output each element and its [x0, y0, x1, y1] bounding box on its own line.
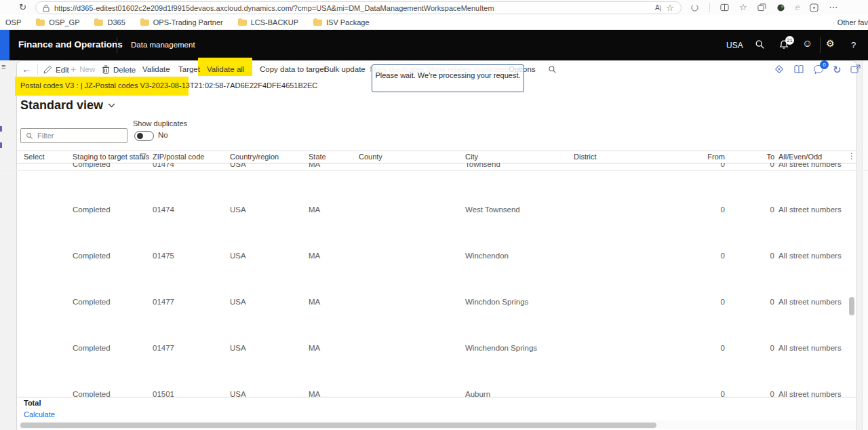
- edit-button[interactable]: Edit: [43, 65, 69, 74]
- edit-label: Edit: [56, 66, 69, 74]
- bookmark-label: OSP: [5, 18, 21, 26]
- col-header-to[interactable]: To: [743, 153, 774, 161]
- feedback-smiley-icon[interactable]: ☺: [802, 37, 812, 49]
- new-button: + New: [71, 65, 95, 73]
- filter-input[interactable]: [20, 128, 127, 143]
- header-divider: [820, 37, 821, 53]
- col-header-city[interactable]: City: [465, 153, 478, 161]
- bulk-update-button[interactable]: Bulk update: [324, 65, 366, 73]
- bookmark-folder-isv-package[interactable]: ISV Package: [313, 18, 370, 26]
- grid-more-options-icon[interactable]: ⋮: [848, 151, 856, 161]
- show-duplicates-toggle[interactable]: [134, 131, 154, 141]
- actionpane-search-icon[interactable]: [548, 65, 557, 74]
- read-aloud-icon[interactable]: A): [655, 1, 661, 15]
- target-label: Target: [178, 65, 200, 73]
- cell-status: Completed: [73, 390, 111, 397]
- target-button[interactable]: Target: [178, 65, 200, 73]
- company-picker[interactable]: USA: [726, 41, 743, 50]
- col-header-country[interactable]: Country/region: [230, 153, 279, 161]
- nav-hamburger-icon[interactable]: ≡: [1, 62, 5, 71]
- collections-icon[interactable]: [757, 3, 766, 12]
- extensions-icon[interactable]: [776, 3, 785, 12]
- app-launcher-strip[interactable]: [0, 30, 9, 60]
- grid-vertical-scrollbar[interactable]: [849, 297, 854, 315]
- table-row[interactable]: Completed 01477 USA MA Winchendon Spring…: [0, 344, 868, 353]
- view-selector[interactable]: Standard view: [20, 98, 115, 113]
- page-scrollbar[interactable]: [862, 60, 868, 430]
- other-favorites[interactable]: Other fav: [833, 15, 868, 30]
- col-header-district[interactable]: District: [574, 153, 597, 161]
- table-row[interactable]: Completed 01501 USA MA Auburn 0 0 All st…: [0, 390, 868, 397]
- col-header-staging-status[interactable]: Staging to target status: [73, 153, 149, 161]
- refresh-icon[interactable]: ↻: [833, 64, 842, 75]
- workspaces-ring-icon[interactable]: [690, 3, 699, 12]
- cell-city: West Townsend: [465, 206, 520, 214]
- cell-city: Winchendon Springs: [465, 344, 537, 352]
- total-label: Total: [24, 399, 41, 407]
- validate-all-button[interactable]: Validate all: [207, 65, 244, 73]
- grid-top-border: [17, 151, 856, 151]
- header-divider: [117, 37, 117, 53]
- cell-all-even-odd: All street numbers: [778, 344, 842, 352]
- module-name[interactable]: Data management: [131, 41, 195, 49]
- copy-data-to-target-button[interactable]: Copy data to target: [260, 65, 326, 73]
- notification-badge: 21: [785, 36, 794, 45]
- bookmark-folder-d365[interactable]: D365: [94, 18, 125, 26]
- filter-search-icon: [26, 132, 33, 140]
- actionpane-right-icons: 0 ↻: [774, 64, 861, 75]
- table-row[interactable]: Completed 01475 USA MA Winchendon 0 0 Al…: [0, 252, 868, 261]
- col-header-county[interactable]: County: [359, 153, 382, 161]
- url-text[interactable]: https://d365-editest01602c2e209d1f9915de…: [54, 4, 650, 12]
- gear-icon[interactable]: ⚙: [826, 38, 835, 49]
- bookmark-osp[interactable]: OSP: [5, 18, 21, 26]
- col-header-zip[interactable]: ZIP/postal code: [153, 153, 204, 161]
- cell-city: Townsend: [465, 163, 500, 168]
- delete-button[interactable]: Delete: [102, 65, 136, 74]
- folder-icon: [313, 18, 322, 26]
- cell-from: 0: [678, 298, 725, 306]
- filter-funnel-icon[interactable]: [140, 153, 146, 160]
- messages-icon[interactable]: 0: [813, 64, 824, 75]
- back-button[interactable]: ←: [22, 63, 32, 75]
- col-header-state[interactable]: State: [309, 153, 326, 161]
- col-header-select[interactable]: Select: [24, 153, 45, 161]
- cell-status: Completed: [73, 163, 111, 168]
- table-row[interactable]: Completed 01474 USA MA Townsend 0 0 All …: [0, 163, 868, 171]
- validate-button[interactable]: Validate: [142, 65, 170, 73]
- open-in-new-window-icon[interactable]: [850, 64, 861, 74]
- split-screen-icon[interactable]: [720, 3, 729, 12]
- browser-essentials-icon[interactable]: [810, 3, 818, 12]
- favorites-bar-icon[interactable]: ☆︎: [739, 1, 747, 14]
- cell-from: 0: [678, 206, 725, 214]
- search-icon[interactable]: [755, 39, 765, 50]
- bookmark-folder-ops-trading-partner[interactable]: OPS-Trading Partner: [140, 18, 223, 26]
- bookmark-folder-lcs-backup[interactable]: LCS-BACKUP: [238, 18, 298, 26]
- close-workspace-icon[interactable]: [774, 64, 785, 75]
- table-row[interactable]: Completed 01474 USA MA West Townsend 0 0…: [0, 206, 868, 215]
- favorite-star-icon[interactable]: ☆: [666, 1, 674, 15]
- cell-from: 0: [678, 252, 725, 260]
- horizontal-scrollbar-thumb[interactable]: [20, 423, 656, 428]
- calculate-link[interactable]: Calculate: [24, 410, 55, 418]
- folder-icon: [833, 19, 834, 26]
- col-header-all-even-odd[interactable]: All/Even/Odd: [778, 153, 822, 161]
- notifications-bell-icon[interactable]: 21: [778, 39, 789, 53]
- ie-mode-icon: e: [795, 1, 800, 14]
- processing-message: Please wait. We're processing your reque…: [375, 71, 520, 79]
- company-book-icon[interactable]: [793, 64, 804, 75]
- breadcrumb[interactable]: Postal codes V3 : | JZ-Postal codes V3-2…: [20, 81, 317, 90]
- content-card: [16, 60, 857, 430]
- reload-icon[interactable]: ↻: [19, 1, 26, 14]
- breadcrumb-rest: :02:58-7AD6E22F4DFE4651B2EC: [203, 81, 317, 90]
- address-bar[interactable]: https://d365-editest01602c2e209d1f9915de…: [35, 1, 682, 14]
- cell-zip: 01474: [153, 206, 174, 214]
- bookmark-label: OPS-Trading Partner: [153, 18, 223, 26]
- bookmark-folder-osp-gp[interactable]: OSP_GP: [36, 18, 79, 26]
- processing-dialog: Please wait. We're processing your reque…: [372, 64, 524, 92]
- col-header-from[interactable]: From: [678, 153, 725, 161]
- table-row[interactable]: Completed 01477 USA MA Winchdon Springs …: [0, 298, 868, 307]
- help-icon[interactable]: ?: [851, 40, 856, 50]
- cell-city: Winchendon: [465, 252, 509, 260]
- browser-menu-icon[interactable]: ⋯: [829, 1, 837, 14]
- toggle-knob: [137, 133, 143, 139]
